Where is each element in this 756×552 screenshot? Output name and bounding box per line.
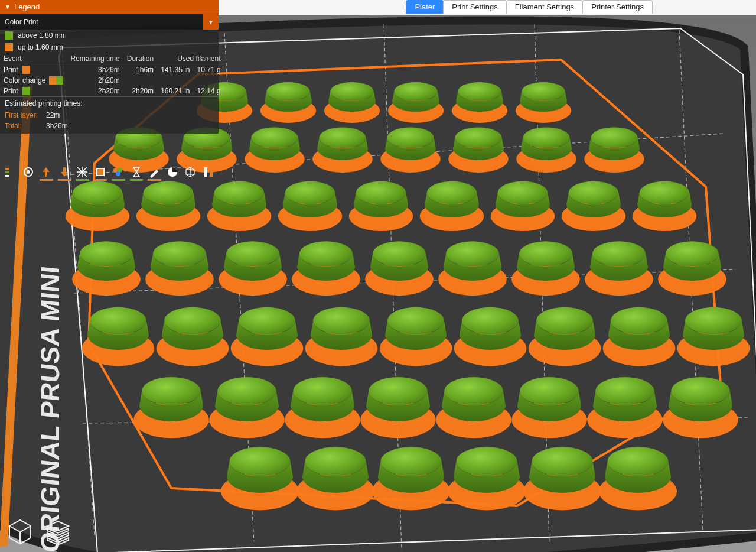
svg-point-116 [532, 447, 592, 476]
svg-point-106 [671, 377, 729, 405]
table-row: Print 2h20m 2h20m 160.21 in 12.14 g [0, 86, 224, 96]
feature-perimeter-icon[interactable] [22, 167, 35, 181]
tab-plater[interactable]: Plater [406, 0, 444, 14]
svg-point-42 [214, 181, 265, 204]
svg-point-66 [446, 241, 499, 266]
col-event: Event [0, 53, 67, 64]
svg-point-54 [640, 181, 690, 204]
feature-type-toolbar [0, 163, 219, 185]
svg-point-129 [157, 167, 159, 170]
svg-point-72 [666, 241, 719, 266]
swatch-orange-icon [5, 43, 13, 51]
col-filament: Used filament [157, 53, 224, 64]
svg-point-58 [153, 241, 206, 266]
svg-point-84 [462, 307, 519, 335]
chevron-down-icon: ▼ [203, 14, 219, 30]
view-preview-button[interactable] [41, 515, 74, 548]
svg-point-104 [595, 377, 654, 405]
svg-point-108 [229, 447, 290, 476]
svg-point-82 [387, 307, 444, 335]
svg-point-16 [394, 82, 438, 101]
feature-infill-icon[interactable] [76, 167, 89, 181]
svg-point-36 [591, 127, 637, 148]
feature-time-icon[interactable] [130, 167, 144, 181]
svg-point-90 [685, 307, 742, 335]
view-mode-dropdown[interactable]: Color Print ▼ [0, 14, 219, 30]
svg-point-26 [251, 127, 298, 148]
feature-shell-up-icon[interactable] [40, 167, 53, 181]
svg-point-114 [456, 447, 517, 476]
svg-rect-120 [5, 171, 9, 173]
svg-point-94 [217, 377, 276, 405]
col-remaining: Remaining time [67, 53, 123, 64]
svg-point-88 [611, 307, 667, 335]
svg-point-56 [80, 241, 133, 266]
svg-point-52 [569, 181, 619, 204]
feature-wireframe-icon[interactable] [184, 167, 197, 181]
feature-toolmarker-icon[interactable] [202, 167, 216, 181]
view-mode-label: Color Print [0, 14, 203, 30]
svg-point-62 [299, 241, 353, 266]
svg-point-98 [369, 377, 427, 405]
svg-point-102 [520, 377, 578, 405]
svg-point-70 [592, 241, 646, 266]
feature-solid-infill-icon[interactable] [94, 167, 107, 181]
svg-point-14 [330, 82, 374, 101]
range-above: above 1.80 mm [0, 30, 219, 41]
table-row: Print 3h26m 1h6m 141.35 in 10.71 g [0, 64, 224, 76]
svg-point-30 [387, 127, 434, 148]
view-3d-editor-button[interactable] [4, 515, 37, 548]
feature-color-icon[interactable] [112, 167, 125, 181]
svg-point-74 [90, 307, 146, 335]
svg-point-112 [380, 447, 441, 476]
total-time: Total: 3h26m [0, 121, 219, 134]
svg-rect-121 [5, 175, 9, 177]
range-above-label: above 1.80 mm [18, 31, 67, 40]
svg-point-96 [293, 377, 351, 405]
view-toggle-buttons [4, 515, 74, 548]
svg-point-44 [285, 181, 335, 204]
svg-point-64 [373, 241, 426, 266]
col-duration: Duration [123, 53, 157, 64]
table-row: Color change 2h20m [0, 75, 224, 86]
svg-point-20 [522, 82, 565, 101]
feature-shell-down-icon[interactable] [58, 167, 71, 181]
svg-point-60 [226, 241, 279, 266]
svg-rect-132 [210, 167, 213, 177]
svg-point-123 [27, 170, 30, 174]
events-table: Event Remaining time Duration Used filam… [0, 53, 224, 96]
bed-brand-text: ORIGINAL PRUSA MINI [35, 265, 64, 552]
svg-point-76 [164, 307, 221, 335]
svg-point-86 [536, 307, 593, 335]
legend-panel: ▼ Legend Color Print ▼ above 1.80 mm up … [0, 0, 219, 134]
svg-point-18 [458, 82, 501, 101]
range-upto-label: up to 1.60 mm [18, 43, 63, 51]
feature-retract-icon[interactable] [166, 167, 180, 181]
tab-print-settings[interactable]: Print Settings [443, 0, 506, 14]
first-layer-time: First layer: 22m [0, 110, 219, 121]
tab-filament-settings[interactable]: Filament Settings [506, 0, 583, 14]
legend-header[interactable]: ▼ Legend [0, 0, 219, 14]
svg-point-46 [356, 181, 406, 204]
svg-point-100 [444, 377, 503, 405]
svg-point-68 [519, 241, 572, 266]
svg-point-92 [142, 377, 200, 405]
collapse-icon: ▼ [5, 4, 11, 10]
range-upto: up to 1.60 mm [0, 41, 219, 53]
legend-title: Legend [14, 2, 40, 11]
svg-point-28 [319, 127, 366, 148]
svg-rect-131 [204, 167, 207, 177]
tab-printer-settings[interactable]: Printer Settings [582, 0, 653, 14]
feature-wipe-icon[interactable] [148, 167, 161, 181]
svg-point-32 [455, 127, 501, 148]
svg-rect-119 [5, 168, 9, 170]
svg-point-48 [427, 181, 477, 204]
swatch-green-icon [5, 31, 13, 40]
svg-point-78 [239, 307, 295, 335]
svg-point-110 [305, 447, 366, 476]
svg-point-128 [116, 171, 120, 176]
svg-point-118 [607, 447, 668, 476]
svg-point-12 [266, 82, 310, 101]
feature-legend-icon[interactable] [4, 167, 17, 181]
svg-rect-125 [97, 169, 103, 175]
